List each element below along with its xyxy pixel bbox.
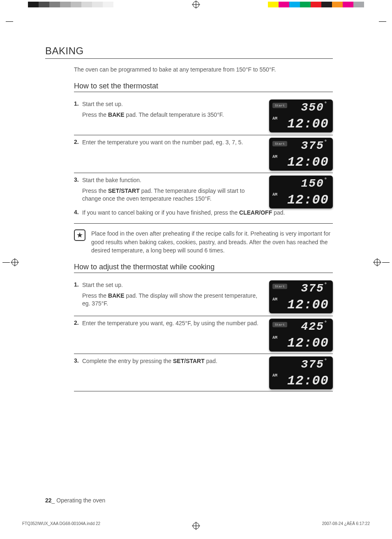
time-readout: 12:00 (287, 373, 329, 389)
temp-readout: 425° (301, 320, 328, 333)
section-title-adjust: How to adjust the thermostat while cooki… (74, 263, 333, 273)
am-label: AM (272, 335, 277, 340)
note-text: Place food in the oven after preheating … (91, 229, 333, 254)
start-label: Start (272, 322, 287, 327)
crop-mark-right (374, 259, 390, 266)
step-text: If you want to cancel baking or if you h… (82, 209, 333, 217)
grayscale-strip (28, 2, 124, 7)
time-readout: 12:00 (287, 116, 329, 132)
adj-step-3: 3. Complete the entry by pressing the SE… (74, 354, 333, 391)
step-1: 1. Start the set up. Press the BAKE pad.… (74, 97, 333, 135)
am-label: AM (272, 116, 277, 121)
adj-step-2: 2. Enter the temperature you want, eg. 4… (74, 316, 333, 354)
registration-mark-icon (374, 259, 380, 266)
oven-display: AM 375° 12:00 (269, 356, 333, 389)
adj-step-1: 1. Start the set up. Press the BAKE pad.… (74, 278, 333, 316)
crop-mark-left (2, 259, 18, 266)
step-3: 3. Start the bake function. Press the SE… (74, 173, 333, 206)
page-heading: BAKING (45, 45, 333, 59)
registration-mark-icon (12, 259, 18, 266)
print-metadata: FTQ352IWUX_XAA DG68-00104A.indd 22 2007-… (22, 521, 370, 526)
meta-timestamp: 2007-08-24 ¿ÀÈÄ 6:17:22 (322, 521, 370, 526)
registration-mark-icon (193, 1, 199, 8)
time-readout: 12:00 (287, 155, 329, 170)
time-readout: 12:00 (287, 297, 329, 312)
star-icon: ★ (74, 229, 85, 241)
color-strip (268, 2, 364, 7)
am-label: AM (272, 373, 277, 378)
step-text: Complete the entry by pressing the SET/S… (82, 357, 263, 366)
step-text: Press the BAKE pad. The default temperat… (82, 111, 263, 119)
time-readout: 12:00 (287, 335, 329, 351)
step-text: Enter the temperature you want on the nu… (82, 139, 263, 147)
meta-filename: FTQ352IWUX_XAA DG68-00104A.indd 22 (22, 521, 100, 526)
oven-display: Start AM 425° 12:00 (269, 319, 333, 352)
intro-text: The oven can be programmed to bake at an… (74, 66, 333, 73)
step-4: 4. If you want to cancel baking or if yo… (74, 206, 333, 224)
temp-readout: 150° (301, 177, 328, 190)
section-title-thermostat: How to set the thermostat (74, 82, 333, 92)
oven-display: AM 150° 12:00 (269, 176, 333, 208)
page-footer: 22_ Operating the oven (45, 497, 105, 504)
am-label: AM (272, 192, 277, 197)
am-label: AM (272, 297, 277, 302)
crop-marks (0, 21, 392, 22)
start-label: Start (272, 284, 287, 289)
temp-readout: 375° (301, 139, 328, 152)
step-text: Press the SET/START pad. The temperature… (82, 187, 263, 203)
oven-display: Start AM 375° 12:00 (269, 280, 333, 313)
step-text: Press the BAKE pad. The display will sho… (82, 292, 263, 308)
step-text: Start the set up. (82, 281, 263, 289)
temp-readout: 375° (301, 358, 328, 371)
step-text: Enter the temperature you want, eg. 425°… (82, 319, 263, 328)
oven-display: Start AM 375° 12:00 (269, 138, 333, 171)
am-label: AM (272, 155, 277, 159)
step-text: Start the bake function. (82, 176, 263, 185)
step-text: Start the set up. (82, 100, 263, 109)
temp-readout: 350° (301, 101, 328, 114)
oven-display: Start AM 350° 12:00 (269, 99, 333, 132)
temp-readout: 375° (301, 282, 328, 295)
step-2: 2. Enter the temperature you want on the… (74, 135, 333, 173)
start-label: Start (272, 141, 287, 146)
note-box: ★ Place food in the oven after preheatin… (74, 224, 333, 263)
start-label: Start (272, 103, 287, 108)
